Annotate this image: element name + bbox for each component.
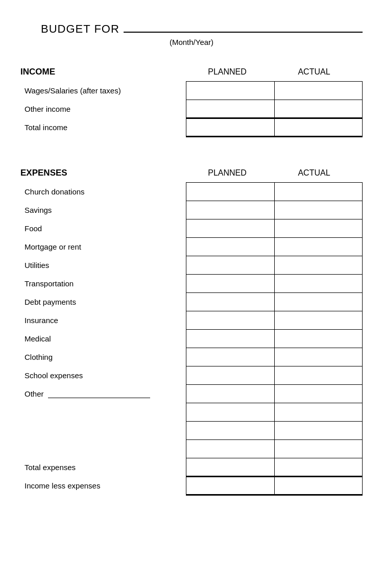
other-underline bbox=[48, 398, 150, 398]
income-section-header: INCOME PLANNED ACTUAL bbox=[20, 62, 363, 77]
church-donations-actual[interactable] bbox=[274, 183, 362, 201]
food-actual[interactable] bbox=[274, 219, 362, 238]
school-expenses-label: School expenses bbox=[20, 366, 186, 385]
utilities-planned[interactable] bbox=[186, 256, 274, 275]
expenses-planned-header: PLANNED bbox=[184, 168, 271, 178]
total-expenses-row: Total expenses bbox=[20, 458, 363, 477]
blank-planned-3[interactable] bbox=[186, 440, 274, 458]
medical-planned[interactable] bbox=[186, 330, 274, 348]
transportation-planned[interactable] bbox=[186, 275, 274, 293]
school-expenses-planned[interactable] bbox=[186, 366, 274, 385]
transportation-actual[interactable] bbox=[274, 275, 362, 293]
table-row: Food bbox=[20, 219, 363, 238]
school-expenses-actual[interactable] bbox=[274, 366, 362, 385]
table-row: Insurance bbox=[20, 311, 363, 330]
expenses-section-header: EXPENSES PLANNED ACTUAL bbox=[20, 163, 363, 178]
income-less-row: Income less expenses bbox=[20, 477, 363, 495]
food-label: Food bbox=[20, 219, 186, 238]
table-row: Utilities bbox=[20, 256, 363, 275]
other-actual[interactable] bbox=[274, 385, 362, 403]
blank-actual-2[interactable] bbox=[274, 422, 362, 440]
utilities-label: Utilities bbox=[20, 256, 186, 275]
expenses-actual-header: ACTUAL bbox=[271, 168, 357, 178]
wages-label: Wages/Salaries (after taxes) bbox=[20, 82, 186, 100]
clothing-planned[interactable] bbox=[186, 348, 274, 366]
income-section: INCOME PLANNED ACTUAL Wages/Salaries (af… bbox=[20, 62, 363, 137]
expenses-table: Church donations Savings Food Mortgage o… bbox=[20, 182, 363, 496]
other-income-label: Other income bbox=[20, 100, 186, 118]
income-less-actual[interactable] bbox=[274, 477, 362, 495]
clothing-actual[interactable] bbox=[274, 348, 362, 366]
savings-actual[interactable] bbox=[274, 201, 362, 219]
total-income-label: Total income bbox=[20, 118, 186, 137]
mortgage-rent-label: Mortgage or rent bbox=[20, 238, 186, 256]
table-row bbox=[20, 403, 363, 422]
income-label: INCOME bbox=[20, 67, 184, 77]
table-row: Other income bbox=[20, 100, 363, 118]
blank-label-2 bbox=[20, 422, 186, 440]
total-expenses-label: Total expenses bbox=[20, 458, 186, 477]
table-row bbox=[20, 422, 363, 440]
blank-actual-1[interactable] bbox=[274, 403, 362, 422]
other-income-planned[interactable] bbox=[186, 100, 274, 118]
medical-label: Medical bbox=[20, 330, 186, 348]
table-row: Transportation bbox=[20, 275, 363, 293]
income-less-planned[interactable] bbox=[186, 477, 274, 495]
savings-label: Savings bbox=[20, 201, 186, 219]
insurance-planned[interactable] bbox=[186, 311, 274, 330]
blank-planned-1[interactable] bbox=[186, 403, 274, 422]
total-expenses-planned[interactable] bbox=[186, 458, 274, 477]
savings-planned[interactable] bbox=[186, 201, 274, 219]
table-row: Clothing bbox=[20, 348, 363, 366]
other-label: Other bbox=[20, 385, 186, 403]
insurance-actual[interactable] bbox=[274, 311, 362, 330]
table-row: Wages/Salaries (after taxes) bbox=[20, 82, 363, 100]
church-donations-label: Church donations bbox=[20, 183, 186, 201]
blank-label-1 bbox=[20, 403, 186, 422]
mortgage-rent-planned[interactable] bbox=[186, 238, 274, 256]
table-row bbox=[20, 440, 363, 458]
other-planned[interactable] bbox=[186, 385, 274, 403]
budget-title-row: BUDGET FOR bbox=[20, 20, 363, 36]
table-row: School expenses bbox=[20, 366, 363, 385]
income-actual-header: ACTUAL bbox=[271, 67, 357, 77]
transportation-label: Transportation bbox=[20, 275, 186, 293]
table-row: Medical bbox=[20, 330, 363, 348]
income-table: Wages/Salaries (after taxes) Other incom… bbox=[20, 81, 363, 137]
medical-actual[interactable] bbox=[274, 330, 362, 348]
wages-planned[interactable] bbox=[186, 82, 274, 100]
blank-planned-2[interactable] bbox=[186, 422, 274, 440]
table-row: Other bbox=[20, 385, 363, 403]
total-income-actual[interactable] bbox=[274, 118, 362, 137]
food-planned[interactable] bbox=[186, 219, 274, 238]
budget-title-line[interactable] bbox=[124, 20, 363, 33]
utilities-actual[interactable] bbox=[274, 256, 362, 275]
clothing-label: Clothing bbox=[20, 348, 186, 366]
table-row: Debt payments bbox=[20, 293, 363, 311]
total-income-row: Total income bbox=[20, 118, 363, 137]
month-year-label: (Month/Year) bbox=[20, 38, 363, 46]
expenses-label: EXPENSES bbox=[20, 168, 184, 178]
other-income-actual[interactable] bbox=[274, 100, 362, 118]
wages-actual[interactable] bbox=[274, 82, 362, 100]
budget-for-label: BUDGET FOR bbox=[41, 22, 119, 36]
blank-label-3 bbox=[20, 440, 186, 458]
blank-actual-3[interactable] bbox=[274, 440, 362, 458]
total-expenses-actual[interactable] bbox=[274, 458, 362, 477]
mortgage-rent-actual[interactable] bbox=[274, 238, 362, 256]
income-less-label: Income less expenses bbox=[20, 477, 186, 495]
table-row: Savings bbox=[20, 201, 363, 219]
debt-payments-planned[interactable] bbox=[186, 293, 274, 311]
table-row: Mortgage or rent bbox=[20, 238, 363, 256]
expenses-section: EXPENSES PLANNED ACTUAL Church donations… bbox=[20, 163, 363, 496]
church-donations-planned[interactable] bbox=[186, 183, 274, 201]
page: BUDGET FOR (Month/Year) INCOME PLANNED A… bbox=[0, 0, 383, 516]
table-row: Church donations bbox=[20, 183, 363, 201]
total-income-planned[interactable] bbox=[186, 118, 274, 137]
insurance-label: Insurance bbox=[20, 311, 186, 330]
debt-payments-actual[interactable] bbox=[274, 293, 362, 311]
debt-payments-label: Debt payments bbox=[20, 293, 186, 311]
budget-header: BUDGET FOR (Month/Year) bbox=[20, 20, 363, 46]
income-planned-header: PLANNED bbox=[184, 67, 271, 77]
